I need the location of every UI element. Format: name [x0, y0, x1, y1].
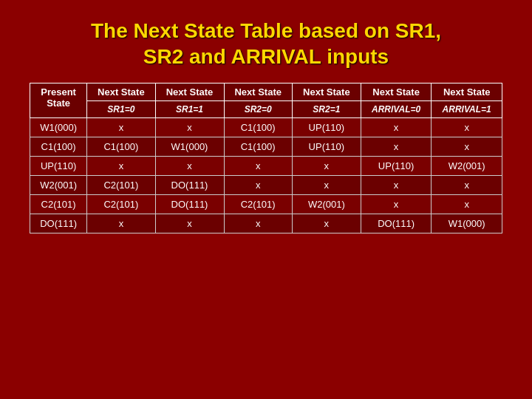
header-sr2-0: SR2=0 [224, 101, 292, 118]
next-state-cell: W1(000) [432, 214, 502, 233]
next-state-cell: x [292, 157, 361, 176]
next-state-cell: x [361, 195, 432, 214]
next-state-cell: x [361, 118, 432, 137]
next-state-cell: x [224, 157, 292, 176]
next-state-cell: W2(001) [432, 157, 502, 176]
next-state-cell: C2(101) [87, 195, 155, 214]
next-state-cell: x [432, 195, 502, 214]
next-state-cell: DO(111) [155, 176, 224, 195]
header-next-state-sr21: Next State [292, 83, 361, 101]
header-arrival-1: ARRIVAL=1 [432, 101, 502, 118]
page-title: The Next State Table based on SR1, SR2 a… [30, 18, 502, 69]
header-next-state-sr11: Next State [155, 83, 224, 101]
header-sr1-1: SR1=1 [155, 101, 224, 118]
header-next-state-arr0: Next State [361, 83, 432, 101]
next-state-cell: C2(101) [87, 176, 155, 195]
next-state-cell: x [432, 176, 502, 195]
present-state-cell: UP(110) [30, 157, 87, 176]
next-state-cell: x [432, 137, 502, 157]
present-state-cell: C2(101) [30, 195, 87, 214]
table-row: UP(110)xxxxUP(110)W2(001) [30, 157, 502, 176]
next-state-cell: x [155, 118, 224, 137]
header-sr1-0: SR1=0 [87, 101, 155, 118]
next-state-cell: UP(110) [292, 137, 361, 157]
header-present-state: Present State [30, 83, 87, 118]
table-row: DO(111)xxxxDO(111)W1(000) [30, 214, 502, 233]
header-next-state-sr10: Next State [87, 83, 155, 101]
table-row: C2(101)C2(101)DO(111)C2(101)W2(001)xx [30, 195, 502, 214]
next-state-cell: C1(100) [224, 118, 292, 137]
header-arrival-0: ARRIVAL=0 [361, 101, 432, 118]
table-row: W2(001)C2(101)DO(111)xxxx [30, 176, 502, 195]
next-state-cell: x [87, 118, 155, 137]
next-state-cell: DO(111) [361, 214, 432, 233]
next-state-cell: x [224, 214, 292, 233]
next-state-cell: C1(100) [224, 137, 292, 157]
present-state-cell: W1(000) [30, 118, 87, 137]
next-state-cell: x [292, 176, 361, 195]
page: The Next State Table based on SR1, SR2 a… [0, 0, 532, 399]
table-wrapper: Present State Next State Next State Next… [30, 83, 502, 384]
next-state-cell: C2(101) [224, 195, 292, 214]
next-state-cell: W1(000) [155, 137, 224, 157]
next-state-table: Present State Next State Next State Next… [30, 83, 502, 233]
next-state-cell: C1(100) [87, 137, 155, 157]
next-state-cell: x [155, 214, 224, 233]
header-next-state-arr1: Next State [432, 83, 502, 101]
next-state-cell: x [292, 214, 361, 233]
next-state-cell: x [361, 176, 432, 195]
header-sr2-1: SR2=1 [292, 101, 361, 118]
next-state-cell: DO(111) [155, 195, 224, 214]
present-state-cell: C1(100) [30, 137, 87, 157]
next-state-cell: x [87, 157, 155, 176]
header-next-state-sr20: Next State [224, 83, 292, 101]
next-state-cell: UP(110) [361, 157, 432, 176]
next-state-cell: x [224, 176, 292, 195]
next-state-cell: x [155, 157, 224, 176]
table-row: W1(000)xxC1(100)UP(110)xx [30, 118, 502, 137]
present-state-cell: DO(111) [30, 214, 87, 233]
next-state-cell: x [361, 137, 432, 157]
next-state-cell: x [432, 118, 502, 137]
next-state-cell: x [87, 214, 155, 233]
table-row: C1(100)C1(100)W1(000)C1(100)UP(110)xx [30, 137, 502, 157]
present-state-cell: W2(001) [30, 176, 87, 195]
next-state-cell: W2(001) [292, 195, 361, 214]
next-state-cell: UP(110) [292, 118, 361, 137]
